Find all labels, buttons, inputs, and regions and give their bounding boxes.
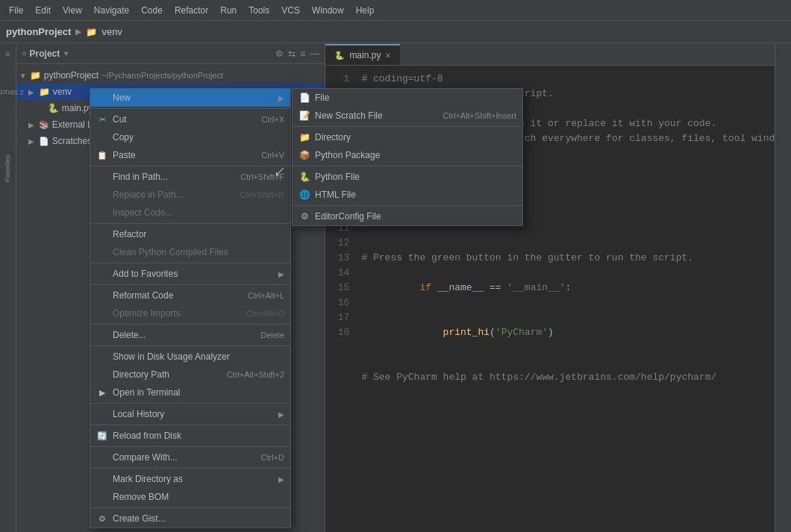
menu-vcs[interactable]: VCS — [275, 2, 306, 19]
sub-pyfile[interactable]: 🐍 Python File — [293, 168, 522, 186]
ctx-reformatcode-label: Reformat Code — [113, 290, 243, 301]
ctx-div-2 — [90, 223, 290, 224]
ctx-refactor-icon — [96, 228, 108, 240]
code-line-13: # Press the green button in the gutter t… — [361, 251, 775, 266]
ctx-new-icon — [96, 92, 108, 104]
ctx-dirpath-shortcut: Ctrl+Alt+Shift+2 — [227, 370, 284, 379]
editor-tab-main[interactable]: 🐍 main.py ✕ — [325, 44, 400, 65]
ctx-copy-icon — [96, 131, 108, 143]
submenu-new: 📄 File 📝 New Scratch File Ctrl+Alt+Shift… — [292, 88, 523, 226]
menu-file[interactable]: File — [3, 2, 29, 19]
sub-package-label: Python Package — [315, 150, 516, 160]
sub-divider-1 — [293, 126, 522, 127]
sub-scratch[interactable]: 📝 New Scratch File Ctrl+Alt+Shift+Insert — [293, 107, 522, 125]
panel-gear-icon[interactable]: ⚙ — [275, 48, 284, 59]
ctx-cleanpyc-label: Clean Python Compiled Files — [113, 247, 284, 257]
menu-code[interactable]: Code — [135, 2, 169, 19]
ctx-showdiskusage[interactable]: Show in Disk Usage Analyzer — [90, 348, 290, 366]
code-line-1: # coding=utf-8 — [361, 72, 775, 87]
sub-htmlfile-label: HTML File — [315, 190, 516, 200]
code-line-14: if __name__ == '__main__': — [361, 266, 775, 310]
menu-run[interactable]: Run — [214, 2, 243, 19]
tree-row-project[interactable]: ▼ 📁 pythonProject ~/PycharmProjects/pyth… — [16, 67, 325, 84]
ctx-reloadfromdisk[interactable]: 🔄 Reload from Disk — [90, 427, 290, 445]
favorites-icon[interactable]: Favorites — [0, 161, 15, 176]
ctx-delete-shortcut: Delete — [260, 331, 284, 339]
ctx-cut-icon: ✂ — [96, 113, 108, 125]
project-icon[interactable]: ≡ — [0, 46, 15, 61]
ctx-delete[interactable]: Delete... Delete — [90, 326, 290, 344]
breadcrumb-sep: ▶ — [75, 27, 81, 37]
sub-editorconfig[interactable]: ⚙ EditorConfig File — [293, 207, 522, 225]
sub-editorconfig-label: EditorConfig File — [315, 211, 516, 222]
tree-folder-venv: 📁 — [39, 87, 50, 97]
ctx-refactor-label: Refactor — [113, 229, 284, 240]
sub-directory-label: Directory — [315, 132, 516, 143]
ctx-creategist[interactable]: ⚙ Create Gist... — [90, 510, 290, 528]
ctx-findinpath-icon — [96, 171, 108, 183]
menu-help[interactable]: Help — [350, 2, 381, 19]
ctx-dirpath-label: Directory Path — [113, 369, 222, 380]
sub-divider-2 — [293, 166, 522, 166]
ctx-comparewith-icon — [96, 451, 108, 463]
ctx-localhistory-label: Local History — [113, 409, 274, 419]
ctx-removebom-icon — [96, 491, 108, 503]
right-tool-icons — [775, 43, 791, 532]
ctx-div-4 — [90, 284, 290, 285]
ctx-findinpath[interactable]: Find in Path... Ctrl+Shift+F — [90, 168, 290, 186]
code-line-18 — [361, 385, 775, 400]
structure-icon[interactable]: Z Structure — [0, 85, 15, 100]
ctx-div-8 — [90, 425, 290, 425]
ctx-addtofav-arrow: ▶ — [278, 270, 284, 278]
ctx-comparewith[interactable]: Compare With... Ctrl+D — [90, 448, 290, 466]
ctx-div-1 — [90, 166, 290, 166]
menu-navigate[interactable]: Navigate — [88, 2, 135, 19]
ctx-inspectcode-icon — [96, 207, 108, 219]
panel-minimize-icon[interactable]: — — [310, 48, 319, 59]
tab-close-icon[interactable]: ✕ — [385, 51, 391, 60]
ctx-removebom[interactable]: Remove BOM — [90, 488, 290, 506]
ctx-addtofav[interactable]: Add to Favorites ▶ — [90, 265, 290, 283]
ctx-refactor[interactable]: Refactor — [90, 225, 290, 243]
editor-tabs: 🐍 main.py ✕ — [325, 43, 775, 66]
ctx-openterminal[interactable]: ▶ Open in Terminal — [90, 384, 290, 401]
ctx-markdiras[interactable]: Mark Directory as ▶ — [90, 470, 290, 488]
ctx-inspectcode-label: Inspect Code... — [113, 207, 284, 218]
sub-scratch-icon: 📝 — [298, 110, 310, 121]
sub-directory[interactable]: 📁 Directory — [293, 128, 522, 146]
ctx-div-10 — [90, 468, 290, 469]
ctx-paste[interactable]: 📋 Paste Ctrl+V — [90, 146, 290, 164]
ctx-cut[interactable]: ✂ Cut Ctrl+X — [90, 110, 290, 128]
tree-file-main: 🐍 — [48, 103, 59, 113]
sub-file[interactable]: 📄 File — [293, 89, 522, 107]
panel-header-icons: ⚙ ⇆ ≡ — — [275, 48, 319, 59]
ctx-showdiskusage-label: Show in Disk Usage Analyzer — [113, 351, 284, 362]
ctx-copy-label: Copy — [113, 132, 284, 143]
menu-edit[interactable]: Edit — [29, 2, 57, 19]
panel-settings-icon[interactable]: ≡ — [300, 48, 305, 59]
ctx-replaceinpath-icon — [96, 189, 108, 201]
menu-tools[interactable]: Tools — [243, 2, 275, 19]
folder-icon: 📁 — [86, 27, 97, 37]
ctx-copy[interactable]: Copy — [90, 128, 290, 146]
ctx-dirpath[interactable]: Directory Path Ctrl+Alt+Shift+2 — [90, 366, 290, 384]
ctx-new[interactable]: New ▶ 📄 File 📝 New Scratch File Ctrl+Alt… — [90, 89, 290, 107]
sub-htmlfile[interactable]: 🌐 HTML File — [293, 186, 522, 204]
ctx-openterminal-icon: ▶ — [96, 387, 108, 398]
sub-file-icon: 📄 — [298, 93, 310, 103]
ctx-paste-icon: 📋 — [96, 149, 108, 161]
ctx-div-0 — [90, 108, 290, 109]
sub-package[interactable]: 📦 Python Package — [293, 146, 522, 164]
panel-sync-icon[interactable]: ⇆ — [288, 48, 296, 59]
menu-window[interactable]: Window — [306, 2, 350, 19]
menu-refactor[interactable]: Refactor — [169, 2, 214, 19]
ctx-localhistory[interactable]: Local History ▶ — [90, 405, 290, 423]
ctx-reformatcode[interactable]: Reformat Code Ctrl+Alt+L — [90, 287, 290, 304]
tree-label-main: main.py — [62, 103, 93, 113]
venv-label: venv — [101, 26, 122, 37]
sub-editorconfig-icon: ⚙ — [298, 211, 310, 222]
menu-view[interactable]: View — [57, 2, 88, 19]
project-panel-header: ≡ Project ▼ ⚙ ⇆ ≡ — — [16, 43, 325, 64]
ctx-findinpath-shortcut: Ctrl+Shift+F — [240, 172, 284, 181]
menubar: File Edit View Navigate Code Refactor Ru… — [0, 0, 791, 21]
